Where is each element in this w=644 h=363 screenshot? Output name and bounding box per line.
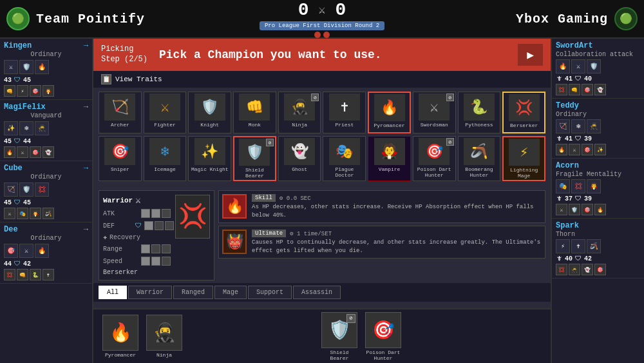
filter-tab-all[interactable]: All [99, 286, 127, 299]
shield-icon: 🛡 [135, 222, 142, 230]
speed-row: Speed [103, 257, 174, 266]
r-char: ⚔️ [571, 59, 585, 74]
champ-cell-boomerang-hunter[interactable]: 🪃 Boomerang Hunter [458, 136, 501, 181]
champ-cell-vampire[interactable]: 🧛 Vampire [368, 136, 411, 181]
champ-cell-ghost[interactable]: 👻 Ghost [278, 136, 321, 181]
score-right: 0 [335, 0, 346, 20]
player-stats: 44 🛡 42 [4, 260, 88, 268]
stat-num-1: 45 [4, 138, 12, 145]
pick-slot-ninja: 🥷 Ninja [145, 315, 184, 358]
player-name: MagiFelix [4, 103, 46, 112]
filter-tab-support[interactable]: Support [248, 286, 292, 299]
player-bottom-row: 🔥⚔️🎯👻 [4, 146, 88, 158]
r-chars: 🎭💢🧛 [556, 179, 640, 193]
r-player-name-row: SwordArt [556, 41, 640, 50]
char-mini: 🥷 [35, 121, 49, 135]
champ-cell-icemage[interactable]: ❄️ Icemage [144, 136, 187, 181]
player-arrow[interactable]: → [84, 41, 88, 50]
range-label: Range [103, 246, 138, 253]
champ-cell-archer[interactable]: 🏹 Archer [99, 92, 142, 133]
champ-cell-fighter[interactable]: ⚔️ Fighter [144, 92, 187, 133]
ultimate-description: Causes HP to continually decrease, and o… [252, 239, 542, 255]
r-small-char: 🔥 [594, 204, 606, 215]
champ-cell-shield-bearer[interactable]: ⊘ 🛡️ Shield Bearer [233, 136, 276, 181]
r-player-name-row: Spark [556, 221, 640, 230]
r-shield-icon: 🛡 [575, 195, 582, 202]
filter-tab-mage[interactable]: Mage [214, 286, 247, 299]
speed-label: Speed [103, 258, 138, 265]
champ-cell-berserker[interactable]: 💢 Berserker [502, 92, 545, 133]
stat-num-2: 44 [23, 138, 31, 145]
def-row: DEF 🛡 [103, 221, 174, 230]
r-char: ❄️ [571, 119, 585, 133]
champ-name: Berserker [510, 123, 538, 128]
champ-cell-pyromancer[interactable]: 🔥 Pyromancer [368, 92, 411, 133]
skill-text-col: Skill ⚙ 0.0 SEC As HP decreases, other s… [252, 194, 542, 219]
r-stat-1: 🗡 [556, 135, 562, 142]
r-small-char: ✨ [594, 144, 606, 155]
sidebar-right: SwordArt Collaboration attack 🔥⚔️🛡️ 🗡 41… [551, 39, 644, 363]
player-role: Vanguard [4, 112, 88, 119]
filter-tab-ranged[interactable]: Ranged [173, 286, 213, 299]
small-char: ⚔️ [4, 208, 15, 219]
picking-step: PickingStep (2/5) [101, 44, 153, 64]
champ-cell-swordsman[interactable]: ⊘ ⚔️ Swordsman [413, 92, 456, 133]
champ-cell-sniper[interactable]: 🎯 Sniper [99, 136, 142, 181]
player-name-row: Dee → [4, 225, 88, 234]
skill-title-row: Skill ⚙ 0.0 SEC [252, 194, 542, 202]
filter-tab-assassin[interactable]: Assassin [293, 286, 341, 299]
small-char: 🔥 [4, 146, 15, 158]
champ-cell-priest[interactable]: ✝️ Priest [323, 92, 366, 133]
champ-cell-lightning-mage[interactable]: ⚡ Lightning Mage [502, 136, 545, 181]
r-small-char: 🎯 [582, 204, 593, 215]
char-mini: 💢 [35, 182, 49, 197]
small-char: 🎭 [17, 208, 28, 219]
r-stat-1: 🗡 [556, 75, 562, 83]
champ-cell-poison-dart-hunter[interactable]: ⊘ 🎯 Poison Dart Hunter [413, 136, 456, 181]
char-mini: 🔥 [35, 60, 49, 74]
player-arrow[interactable]: → [84, 225, 88, 234]
r-small-char: 👻 [582, 264, 593, 275]
r-char: ✝️ [571, 239, 585, 253]
player-shield-icon: 🛡 [14, 76, 21, 84]
player-arrow[interactable]: → [84, 103, 88, 112]
speed-box-3 [162, 257, 171, 266]
picking-header: PickingStep (2/5) Pick a Champion you wa… [93, 39, 551, 71]
player-name: Kingen [4, 41, 32, 50]
player-name-row: Kingen → [4, 41, 88, 50]
range-row: Range [103, 244, 174, 253]
champ-cell-knight[interactable]: 🛡️ Knight [188, 92, 231, 133]
hero-detail-left: Warrior ⚔️ ATK DEF 🛡 [99, 190, 214, 280]
small-char: 👻 [43, 146, 54, 158]
player-arrow[interactable]: → [84, 164, 88, 173]
atk-box-2 [151, 209, 160, 218]
champ-name: Pythoness [465, 122, 493, 128]
r-small-char: 🛡️ [569, 204, 580, 215]
r-stats: 🗡 37 🛡 39 [556, 195, 640, 202]
traits-label[interactable]: View Traits [115, 75, 162, 83]
champ-sprite-Lightning Mage: ⚡ [509, 139, 540, 166]
player-stats: 45 🛡 44 [4, 137, 88, 145]
def-box-3 [165, 221, 174, 230]
r-small-char: 🎯 [582, 144, 593, 155]
champ-cell-ninja[interactable]: ⊘ 🥷 Ninja [278, 92, 321, 133]
player-card-right-3: Spark Thorn ⚡✝️🪃 🗡 40 🛡 42 💢🥷👻🎯 [552, 219, 644, 279]
champ-cell-monk[interactable]: 👊 Monk [233, 92, 276, 133]
r-char: 🛡️ [587, 59, 601, 74]
r-player-name-row: Acorn [556, 161, 640, 170]
player-card-right-2: Acorn Fragile Mentality 🎭💢🧛 🗡 37 🛡 39 ⚔️… [552, 159, 644, 219]
player-stats: 45 🛡 45 [4, 199, 88, 206]
char-mini: ⚔️ [4, 60, 18, 74]
champ-sprite-Pythoness: 🐍 [464, 93, 495, 121]
next-button[interactable]: ▶ [518, 44, 543, 66]
char-mini: ✨ [4, 121, 18, 135]
champ-cell-plague-doctor[interactable]: 🎭 Plague Doctor [323, 136, 366, 181]
stat-num-1: 43 [4, 77, 12, 84]
stat-num-1: 45 [4, 199, 12, 206]
ban-overlay: ⊘ [446, 93, 454, 101]
filter-tab-warrior[interactable]: Warrior [128, 286, 172, 299]
champion-grid-row2: 🎯 Sniper ❄️ Icemage ✨ Magic Knight ⊘ 🛡️ … [99, 136, 545, 181]
champ-cell-pythoness[interactable]: 🐍 Pythoness [458, 92, 501, 133]
player-card-right-1: Teddy Ordinary 🏹❄️🥷 🗡 41 🛡 39 🔥⚔️🎯✨ [552, 99, 644, 159]
champ-cell-magic-knight[interactable]: ✨ Magic Knight [188, 136, 231, 181]
